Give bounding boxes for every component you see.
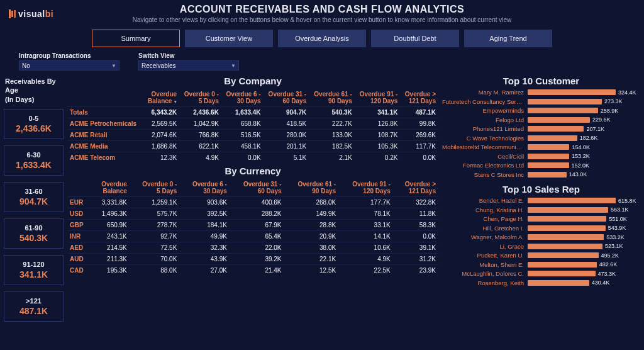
filter-intragroup-label: Intragroup Transactions	[19, 52, 119, 59]
bar-row[interactable]: Phones121 Limited207.1K	[442, 125, 640, 132]
bar-value: 563.1K	[611, 206, 629, 213]
bar-label: Puckett, Karen U.	[442, 252, 524, 259]
bar-row[interactable]: Puckett, Karen U.495.2K	[442, 252, 640, 259]
col-header[interactable]: Overdue 91 -120 Days	[338, 179, 393, 197]
bar-value: 473.3K	[598, 271, 616, 277]
age-bucket[interactable]: 31-60904.7K	[4, 182, 64, 212]
age-bucket[interactable]: 6-301,633.4K	[4, 145, 64, 176]
col-header[interactable]: Overdue 0 -5 Days	[130, 179, 180, 197]
table-row[interactable]: ACME Telecom12.3K4.9K0.0K5.1K2.1K0.2K0.0…	[67, 152, 438, 164]
bar-row[interactable]: Formac Electronics Ltd152.0K	[442, 162, 640, 169]
table-row[interactable]: CAD195.3K88.0K27.0K21.4K12.5K22.5K23.9K	[67, 265, 438, 276]
cell: 341.1K	[355, 107, 401, 118]
cell: 766.8K	[179, 130, 221, 141]
table-row[interactable]: AED214.5K72.5K32.3K22.0K38.0K10.6K39.1K	[67, 242, 438, 254]
table-row[interactable]: Totals6,343.2K2,436.6K1,633.4K904.7K540.…	[67, 107, 438, 118]
col-header[interactable]: Overdue 91 -120 Days	[355, 89, 401, 107]
age-bucket[interactable]: >121487.1K	[4, 291, 64, 322]
bar-row[interactable]: Empowerminds258.9K	[442, 107, 640, 114]
cell: 31.2K	[393, 254, 438, 265]
age-range: >121	[8, 297, 59, 305]
col-header[interactable]: OverdueBalance ▾	[143, 89, 179, 107]
table-row[interactable]: EUR3,331.8K1,259.1K903.6K400.6K268.0K177…	[67, 197, 438, 208]
cell: 4.9K	[179, 152, 221, 164]
bar-label: Li, Grace	[442, 243, 524, 250]
cell: 2,436.6K	[179, 107, 221, 118]
cell: 0.2K	[355, 152, 401, 164]
bar-row[interactable]: Chen, Paige H.551.0K	[442, 215, 640, 222]
row-label: AED	[67, 242, 91, 254]
bar-fill	[528, 244, 602, 249]
chevron-down-icon: ▼	[111, 63, 116, 69]
cell: 195.3K	[91, 265, 129, 276]
bar-row[interactable]: Stans C Stores Inc143.0K	[442, 171, 640, 178]
cell: 904.7K	[264, 107, 309, 118]
bar-fill	[528, 207, 608, 213]
table-row[interactable]: INR243.1K92.7K49.9K65.4K20.9K14.1K0.0K	[67, 231, 438, 242]
logo-icon	[9, 9, 16, 18]
row-label: CAD	[67, 265, 91, 276]
col-header[interactable]: Overdue 31 -60 Days	[264, 89, 309, 107]
bar-row[interactable]: Rosenberg, Keith430.4K	[442, 279, 640, 286]
col-header[interactable]: Overdue 6 -30 Days	[179, 179, 230, 197]
tab-customer-view[interactable]: Customer View	[185, 30, 273, 47]
bar-row[interactable]: C Wave Technologies182.6K	[442, 135, 640, 142]
bar-row[interactable]: Bender, Hazel E.615.8K	[442, 197, 640, 204]
bar-value: 152.0K	[572, 162, 590, 169]
tab-doubtful-debt[interactable]: Doubtful Debt	[371, 30, 459, 47]
bar-label: Rosenberg, Keith	[442, 279, 524, 286]
tab-overdue-analysis[interactable]: Overdue Analysis	[278, 30, 366, 47]
cell: 516.5K	[221, 130, 264, 141]
col-header[interactable]: Overdue >121 Days	[393, 179, 438, 197]
col-header[interactable]: Overdue 61 -90 Days	[309, 89, 355, 107]
brand-name: visualbi	[18, 9, 53, 19]
table-row[interactable]: ACME Petrochemicals2,569.5K1,042.9K658.8…	[67, 118, 438, 130]
top-salesrep-panel: Top 10 Sales Rep Bender, Hazel E.615.8KC…	[442, 184, 640, 288]
age-bucket[interactable]: 61-90540.3K	[4, 218, 64, 249]
age-range: 6-30	[8, 151, 59, 159]
bar-row[interactable]: Wagner, Malcolm A.533.2K	[442, 234, 640, 240]
bar-label: Felogo Ltd	[442, 116, 524, 123]
brand-name-a: visual	[18, 9, 45, 19]
cell: 27.0K	[179, 265, 230, 276]
filter-intragroup: Intragroup Transactions No ▼	[19, 52, 119, 71]
bar-row[interactable]: Hill, Gretchen I.543.9K	[442, 225, 640, 232]
filter-switch-select[interactable]: Receivables ▼	[138, 60, 239, 71]
cell: 12.5K	[284, 265, 339, 276]
bar-row[interactable]: McLaughlin, Dolores C.473.3K	[442, 270, 640, 277]
col-header[interactable]: Overdue >121 Days	[400, 89, 438, 107]
age-bucket[interactable]: 0-52,436.6K	[4, 109, 64, 139]
cell: 487.1K	[400, 107, 438, 118]
col-header[interactable]: Overdue 6 -30 Days	[221, 89, 264, 107]
age-bucket[interactable]: 91-120341.1K	[4, 255, 64, 285]
bar-row[interactable]: Mobilestoreltd Telecommunication154.0K	[442, 144, 640, 150]
bar-value: 324.4K	[618, 89, 636, 96]
col-header[interactable]: OverdueBalance	[91, 179, 129, 197]
col-header[interactable]: Overdue 61 -90 Days	[284, 179, 339, 197]
page-subtitle: Navigate to other views by clicking on t…	[6, 16, 638, 23]
bar-label: Mary M. Ramirez	[442, 89, 524, 96]
filter-intragroup-select[interactable]: No ▼	[19, 60, 119, 71]
col-header[interactable]: Overdue 31 -60 Days	[230, 179, 284, 197]
table-row[interactable]: GBP650.9K278.7K184.1K67.9K28.8K33.1K58.3…	[67, 220, 438, 231]
bar-fill	[528, 252, 599, 258]
age-range: 0-5	[8, 115, 59, 122]
bar-row[interactable]: Futuretech Consultancy Services273.3K	[442, 98, 640, 105]
bar-row[interactable]: Melton, Sherri E.482.6K	[442, 261, 640, 268]
col-header[interactable]: Overdue 0 -5 Days	[179, 89, 221, 107]
cell: 2.1K	[309, 152, 355, 164]
table-row[interactable]: ACME Media1,686.8K622.1K458.1K201.1K182.…	[67, 141, 438, 152]
bar-row[interactable]: Chung, Kristina H.563.1K	[442, 206, 640, 213]
cell: 126.8K	[355, 118, 401, 130]
bar-row[interactable]: Li, Grace523.1K	[442, 243, 640, 250]
bar-row[interactable]: Felogo Ltd229.6K	[442, 116, 640, 123]
table-row[interactable]: AUD211.3K70.0K43.9K39.2K22.1K4.9K31.2K	[67, 254, 438, 265]
bar-value: 153.2K	[572, 153, 590, 159]
table-row[interactable]: USD1,496.3K575.7K392.5K288.2K149.9K78.1K…	[67, 208, 438, 220]
tab-aging-trend[interactable]: Aging Trend	[464, 30, 552, 47]
bar-row[interactable]: Mary M. Ramirez324.4K	[442, 89, 640, 96]
bar-row[interactable]: Cecil/Cicil153.2K	[442, 153, 640, 160]
table-row[interactable]: ACME Retail2,074.6K766.8K516.5K280.0K133…	[67, 130, 438, 141]
tab-summary[interactable]: Summary	[92, 30, 180, 47]
cell: 0.0K	[393, 231, 438, 242]
